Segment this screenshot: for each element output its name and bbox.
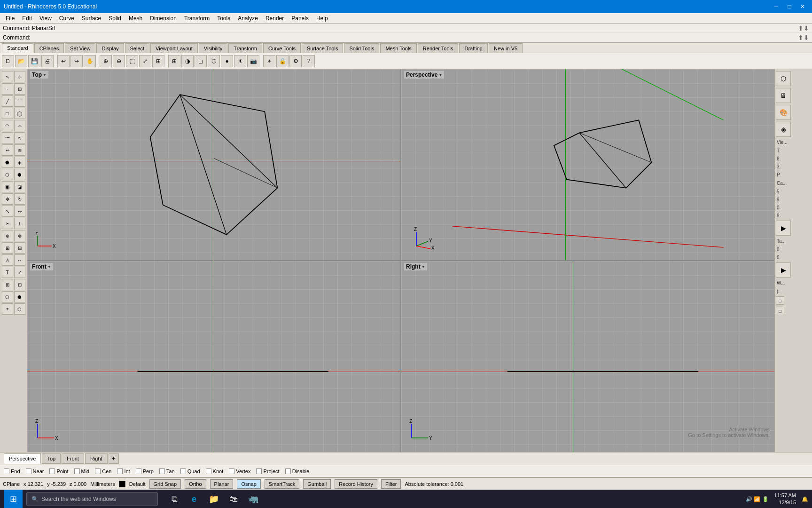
toolbar-tab-visibility[interactable]: Visibility bbox=[199, 43, 228, 53]
panel-box1[interactable]: □ bbox=[776, 296, 784, 305]
osnap-button[interactable]: Osnap bbox=[237, 479, 260, 489]
lock-btn[interactable]: 🔒 bbox=[276, 55, 289, 67]
toolbar-tab-select[interactable]: Select bbox=[125, 43, 150, 53]
menu-item-surface[interactable]: Surface bbox=[78, 14, 105, 23]
menu-item-transform[interactable]: Transform bbox=[180, 14, 213, 23]
select-btn[interactable]: ↖ bbox=[2, 71, 13, 82]
ortho-button[interactable]: Ortho bbox=[185, 479, 206, 489]
grid-button[interactable]: ⊞ bbox=[168, 55, 180, 67]
menu-item-curve[interactable]: Curve bbox=[55, 14, 78, 23]
snap-item-vertex[interactable]: Vertex bbox=[229, 468, 250, 474]
curve2-btn[interactable]: ∿ bbox=[14, 132, 25, 143]
menu-item-help[interactable]: Help bbox=[312, 14, 332, 23]
dim-btn[interactable]: ↔ bbox=[14, 254, 25, 266]
zoom-extents-button[interactable]: ⤢ bbox=[139, 55, 151, 67]
snap-checkbox-near[interactable] bbox=[26, 468, 31, 474]
split-btn[interactable]: ⊥ bbox=[14, 218, 25, 229]
point-btn[interactable]: · bbox=[2, 83, 13, 95]
object-icon[interactable]: ◈ bbox=[776, 122, 791, 137]
surface-btn[interactable]: ⬟ bbox=[2, 157, 13, 168]
camera-button[interactable]: 📷 bbox=[247, 55, 259, 67]
snap-tool-btn[interactable]: ⌖ bbox=[2, 303, 13, 315]
solid-btn[interactable]: ▣ bbox=[2, 181, 13, 192]
solid2-btn[interactable]: ◪ bbox=[14, 181, 25, 192]
perspective-dropdown-arrow[interactable]: ▼ bbox=[438, 73, 442, 77]
color-icon[interactable]: 🎨 bbox=[776, 105, 791, 120]
boolean2-btn[interactable]: ⊟ bbox=[14, 242, 25, 254]
start-button[interactable]: ⊞ bbox=[4, 490, 23, 508]
right-viewport-label[interactable]: Right ▼ bbox=[404, 263, 427, 270]
snap-btn[interactable]: ⌖ bbox=[263, 55, 275, 67]
eraser-btn[interactable]: ⬡ bbox=[14, 303, 25, 315]
snap-checkbox-quad[interactable] bbox=[180, 468, 186, 474]
snap-checkbox-tan[interactable] bbox=[159, 468, 165, 474]
menu-item-solid[interactable]: Solid bbox=[105, 14, 125, 23]
text2-btn[interactable]: ✓ bbox=[14, 267, 25, 278]
maximize-button[interactable]: □ bbox=[784, 2, 795, 11]
panel-arrow2[interactable]: ▶ bbox=[776, 262, 791, 278]
task-view-button[interactable]: ⧉ bbox=[165, 490, 183, 508]
perspective-viewport-label[interactable]: Perspective ▼ bbox=[404, 71, 444, 79]
zoom-out-button[interactable]: ⊖ bbox=[113, 55, 125, 67]
line-btn[interactable]: ╱ bbox=[2, 95, 13, 107]
render-button[interactable]: ⬡ bbox=[208, 55, 220, 67]
rect2-btn[interactable]: ◯ bbox=[14, 108, 25, 119]
explode-btn[interactable]: ⊗ bbox=[14, 230, 25, 241]
text-btn[interactable]: T bbox=[2, 267, 13, 278]
spline-btn[interactable]: ∾ bbox=[2, 144, 13, 156]
vp-tab-right[interactable]: Right bbox=[85, 453, 108, 464]
menu-item-panels[interactable]: Panels bbox=[288, 14, 312, 23]
viewport-right[interactable]: Z Y Activate WindowsGo to Settings to ac… bbox=[401, 261, 774, 452]
snap-item-knot[interactable]: Knot bbox=[206, 468, 224, 474]
open-button[interactable]: 📂 bbox=[15, 55, 27, 67]
toolbar-tab-mesh-tools[interactable]: Mesh Tools bbox=[380, 43, 416, 53]
add-viewport-tab-button[interactable]: + bbox=[109, 453, 119, 464]
viewport-top[interactable]: Y X Top ▼ bbox=[27, 69, 400, 260]
render-icon[interactable]: ⬡ bbox=[776, 71, 791, 86]
snap-checkbox-knot[interactable] bbox=[206, 468, 211, 474]
shade-button[interactable]: ◑ bbox=[181, 55, 194, 67]
viewport-front[interactable]: Z X Front ▼ bbox=[27, 261, 400, 452]
smarttrack-button[interactable]: SmartTrack bbox=[265, 479, 299, 489]
menu-item-file[interactable]: File bbox=[2, 14, 18, 23]
front-dropdown-arrow[interactable]: ▼ bbox=[47, 265, 51, 269]
boolean-btn[interactable]: ⊞ bbox=[2, 242, 13, 254]
toolbar-tab-standard[interactable]: Standard bbox=[2, 43, 33, 53]
snap-checkbox-int[interactable] bbox=[117, 468, 123, 474]
snap-item-perp[interactable]: Perp bbox=[136, 468, 154, 474]
toolbar-tab-render-tools[interactable]: Render Tools bbox=[418, 43, 459, 53]
vp-tab-perspective[interactable]: Perspective bbox=[4, 453, 41, 464]
snap-checkbox-cen[interactable] bbox=[95, 468, 101, 474]
menu-item-analyze[interactable]: Analyze bbox=[234, 14, 262, 23]
join-btn[interactable]: ⊕ bbox=[2, 230, 13, 241]
pan-button[interactable]: ✋ bbox=[84, 55, 96, 67]
store-icon[interactable]: 🛍 bbox=[225, 490, 242, 508]
front-viewport-label[interactable]: Front ▼ bbox=[30, 263, 53, 270]
rotate-btn[interactable]: ↻ bbox=[14, 193, 25, 205]
toolbar-tab-viewport-layout[interactable]: Viewport Layout bbox=[150, 43, 198, 53]
toolbar-tab-set-view[interactable]: Set View bbox=[65, 43, 95, 53]
mesh2-btn[interactable]: ⬢ bbox=[14, 291, 25, 302]
arc-btn[interactable]: ◠ bbox=[2, 120, 13, 131]
snap-item-mid[interactable]: Mid bbox=[74, 468, 90, 474]
toolbar-tab-display[interactable]: Display bbox=[96, 43, 124, 53]
right-dropdown-arrow[interactable]: ▼ bbox=[422, 265, 425, 269]
menu-item-mesh[interactable]: Mesh bbox=[125, 14, 146, 23]
extrude-btn[interactable]: ⬡ bbox=[2, 169, 13, 180]
grid-snap-button[interactable]: Grid Snap bbox=[149, 479, 181, 489]
explorer-icon[interactable]: 📁 bbox=[205, 490, 223, 508]
wire-button[interactable]: ◻ bbox=[195, 55, 207, 67]
mesh-btn[interactable]: ⬡ bbox=[2, 291, 13, 302]
print-button[interactable]: 🖨 bbox=[41, 55, 54, 67]
zoom-in-button[interactable]: ⊕ bbox=[100, 55, 112, 67]
material-button[interactable]: ● bbox=[221, 55, 233, 67]
vp-tab-top[interactable]: Top bbox=[42, 453, 61, 464]
snap-checkbox-vertex[interactable] bbox=[229, 468, 234, 474]
menu-item-edit[interactable]: Edit bbox=[18, 14, 36, 23]
toolbar-tab-drafting[interactable]: Drafting bbox=[459, 43, 488, 53]
rect-btn[interactable]: □ bbox=[2, 108, 13, 119]
surface2-btn[interactable]: ◈ bbox=[14, 157, 25, 168]
record-history-button[interactable]: Record History bbox=[335, 479, 377, 489]
rhino-icon[interactable]: 🦏 bbox=[244, 490, 262, 508]
minimize-button[interactable]: ─ bbox=[771, 2, 782, 11]
